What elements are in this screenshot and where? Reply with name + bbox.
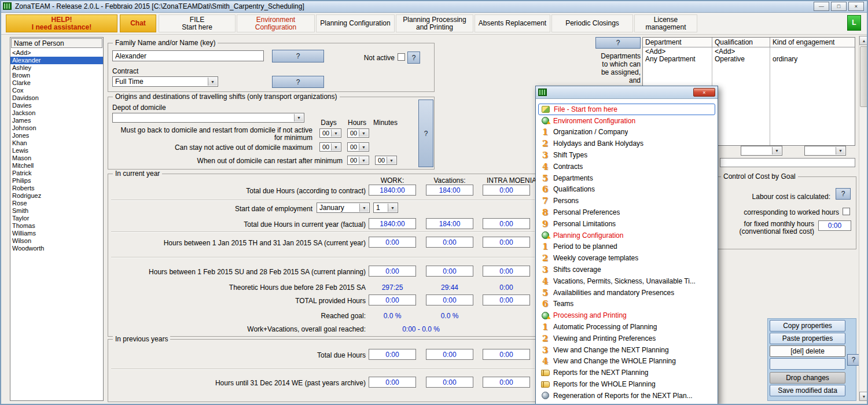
person-item[interactable]: Smith [10, 207, 103, 215]
menu-item[interactable]: 9Personal Limitations [538, 218, 715, 230]
start-month-select[interactable]: January [317, 203, 370, 213]
popup-close-button[interactable]: × [693, 88, 715, 97]
drop-changes-button[interactable]: Drop changes [770, 372, 845, 384]
menu-item[interactable]: 7Persons [538, 195, 715, 207]
travelling-help-button[interactable]: ? [418, 100, 433, 167]
person-item[interactable]: Philips [10, 177, 103, 185]
menu-item[interactable]: 2Weekly coverage templates [538, 252, 715, 264]
menu-item-reports-next[interactable]: Reports for the NEXT Planning [538, 367, 715, 378]
menu-item[interactable]: 5Departments [538, 172, 715, 184]
absents-replacement-tab[interactable]: Absents Replacement [475, 14, 550, 32]
right-select-2[interactable] [804, 146, 846, 156]
menu-item[interactable]: 1Organization / Company [538, 127, 715, 138]
menu-item[interactable]: 2Viewing and Printing Preferences [538, 333, 715, 344]
person-item[interactable]: Lewis [10, 147, 103, 154]
person-item[interactable]: Ashley [10, 64, 103, 72]
blank-button[interactable] [770, 358, 845, 370]
person-item[interactable]: Taylor [10, 215, 103, 222]
right-field[interactable] [720, 158, 855, 167]
delete-button[interactable]: [del] delete [770, 345, 845, 357]
person-item[interactable]: James [10, 117, 103, 124]
person-item[interactable]: Cox [10, 87, 103, 94]
minimize-button[interactable]: — [814, 2, 829, 11]
table-header-department[interactable]: Department [643, 38, 712, 47]
contract-select[interactable]: Full Time [112, 76, 218, 87]
stay-hours-select[interactable]: 00 [347, 142, 369, 152]
menu-item-regeneration[interactable]: Regeneration of Reports for the NEXT Pla… [538, 390, 715, 402]
start-day-select[interactable]: 1 [373, 203, 398, 213]
menu-item[interactable]: 4Vacations, Permits, Sickness, Unavailab… [538, 275, 715, 287]
save-modified-button[interactable]: Save modified data [770, 385, 845, 396]
go-back-days-select[interactable]: 00 [319, 128, 341, 138]
person-item[interactable]: Brown [10, 72, 103, 79]
menu-item[interactable]: 5Availabilities and mandatory Presences [538, 287, 715, 299]
menu-item[interactable]: 6Qualifications [538, 184, 715, 196]
restart-minutes-select[interactable]: 00 [375, 156, 397, 165]
table-cell[interactable]: Any Department [645, 56, 709, 63]
person-item-selected[interactable]: Alexander [10, 57, 103, 64]
license-management-tab[interactable]: License management [634, 14, 697, 32]
stay-days-select[interactable]: 00 [319, 142, 341, 152]
menu-item[interactable]: 4Contracts [538, 161, 715, 172]
person-item[interactable]: Mason [10, 154, 103, 162]
menu-item[interactable]: 4View and Change the WHOLE Planning [538, 356, 715, 367]
menu-item-environment-configuration[interactable]: Environment Configuration [538, 115, 715, 127]
menu-item-reports-whole[interactable]: Reports for the WHOLE Planning [538, 378, 715, 390]
planning-configuration-tab[interactable]: Planning Configuration [316, 14, 395, 32]
chat-button[interactable]: Chat [120, 14, 156, 32]
side-help-button[interactable]: ? [847, 354, 860, 366]
person-item[interactable]: Rose [10, 200, 103, 207]
worked-hours-checkbox[interactable] [843, 208, 850, 215]
departments-help-button[interactable]: ? [595, 37, 641, 49]
name-input[interactable] [112, 50, 264, 61]
person-item[interactable]: Rodriguez [10, 192, 103, 200]
menu-item-file-start[interactable]: File - Start from here [538, 104, 715, 115]
person-list[interactable]: Name of Person <Add> Alexander Ashley Br… [10, 37, 104, 401]
menu-item[interactable]: 3View and Change the NEXT Planning [538, 344, 715, 356]
person-item[interactable]: Roberts [10, 185, 103, 192]
go-back-hours-select[interactable]: 00 [347, 128, 369, 138]
file-tab[interactable]: FILE Start here [159, 14, 236, 32]
person-item[interactable]: Woodworth [10, 245, 103, 252]
not-active-checkbox[interactable] [398, 53, 405, 61]
labour-cost-help-button[interactable]: ? [836, 188, 851, 200]
person-item[interactable]: Khan [10, 139, 103, 147]
name-help-button[interactable]: ? [272, 50, 324, 62]
menu-item[interactable]: 1Automatic Processing of Planning [538, 321, 715, 333]
not-active-help-button[interactable]: ? [407, 51, 420, 64]
vertical-scrollbar[interactable]: ▲ ▼ [859, 36, 868, 401]
table-header-qualification[interactable]: Qualification [712, 38, 770, 47]
person-item[interactable]: <Add> [10, 49, 103, 57]
person-item[interactable]: Williams [10, 230, 103, 237]
copy-properties-button[interactable]: Copy properties [770, 320, 845, 332]
scroll-up-button[interactable]: ▲ [859, 36, 868, 45]
person-item[interactable]: Patrick [10, 170, 103, 177]
depot-select[interactable] [112, 113, 304, 123]
planning-processing-tab[interactable]: Planning Processing and Printing [396, 14, 473, 32]
scroll-down-button[interactable]: ▼ [859, 392, 868, 401]
person-item[interactable]: Davies [10, 102, 103, 109]
right-select-1[interactable] [741, 146, 782, 156]
scroll-thumb[interactable] [860, 46, 868, 107]
paste-properties-button[interactable]: Paste properties [770, 333, 845, 344]
table-header-kind[interactable]: Kind of engagement [770, 38, 855, 47]
person-item[interactable]: Thomas [10, 222, 103, 230]
menu-item[interactable]: 3Shift Types [538, 149, 715, 161]
menu-item[interactable]: 3Shifts coverage [538, 264, 715, 275]
person-item[interactable]: Davidson [10, 94, 103, 102]
menu-item[interactable]: 2Holydays and Bank Holydays [538, 138, 715, 149]
menu-item[interactable]: 1Period to be planned [538, 241, 715, 253]
person-item[interactable]: Wilson [10, 237, 103, 245]
menu-item-processing-printing[interactable]: Processing and Printing [538, 310, 715, 321]
table-cell[interactable]: ordinary [773, 56, 852, 63]
person-item[interactable]: Clarke [10, 79, 103, 87]
person-item[interactable]: Jones [10, 132, 103, 139]
license-indicator[interactable]: L [847, 15, 861, 31]
menu-item[interactable]: 8Personal Preferences [538, 207, 715, 218]
person-item[interactable]: Jackson [10, 109, 103, 117]
periodic-closings-tab[interactable]: Periodic Closings [551, 14, 633, 32]
close-button[interactable]: × [848, 2, 864, 11]
person-item[interactable]: Johnson [10, 124, 103, 132]
restart-hours-select[interactable]: 00 [347, 156, 369, 165]
environment-configuration-tab[interactable]: Environment Configuration [237, 14, 315, 32]
